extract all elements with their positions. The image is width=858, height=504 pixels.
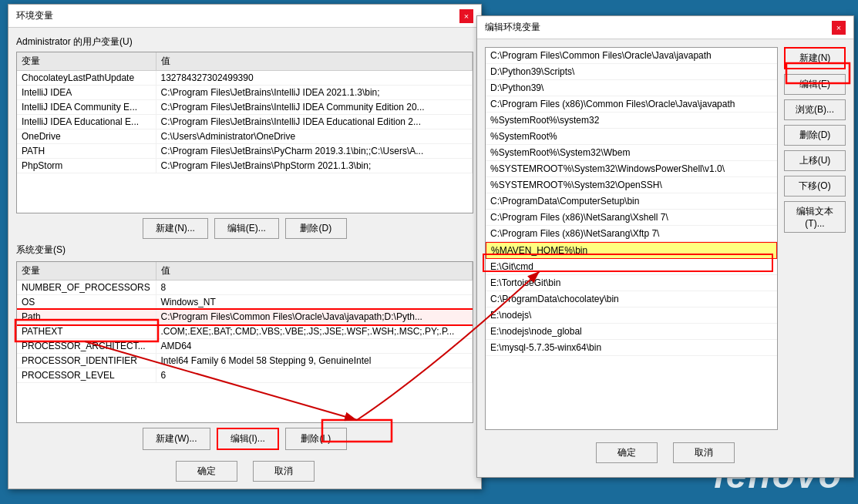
path-list-item[interactable]: E:\TortoiseGit\bin — [486, 275, 777, 291]
path-list-item[interactable]: %MAVEN_HOME%\bin — [486, 242, 777, 259]
sys-delete-btn[interactable]: 删除(L) — [285, 428, 347, 450]
sys-row-val: 6 — [156, 368, 473, 383]
user-col-var: 变量 — [17, 52, 156, 71]
edit-browse-btn[interactable]: 浏览(B)... — [784, 99, 846, 120]
path-list-item[interactable]: %SystemRoot%\System32\Wbem — [486, 145, 777, 161]
edit-dialog-close[interactable]: × — [832, 21, 846, 35]
user-btn-row: 新建(N)... 编辑(E)... 删除(D) — [16, 218, 473, 239]
edit-bottom-row: 确定 取消 — [485, 436, 846, 469]
env-cancel-btn[interactable]: 取消 — [253, 461, 315, 482]
sys-table-row[interactable]: PROCESSOR_ARCHITECT...AMD64 — [17, 339, 473, 354]
sys-row-var: PATHEXT — [17, 324, 156, 339]
path-list-item[interactable]: D:\Python39\Scripts\ — [486, 64, 777, 80]
sys-row-var: PROCESSOR_ARCHITECT... — [17, 339, 156, 354]
user-row-var: IntelliJ IDEA Community E... — [17, 100, 156, 115]
user-row-val: C:\Users\Administrator\OneDrive — [156, 129, 473, 144]
sys-table-row[interactable]: PROCESSOR_LEVEL6 — [17, 368, 473, 383]
sys-row-var: PROCESSOR_IDENTIFIER — [17, 354, 156, 368]
path-list-item[interactable]: E:\mysql-5.7.35-winx64\bin — [486, 340, 777, 356]
path-list-item[interactable]: E:\Git\cmd — [486, 259, 777, 275]
edit-delete-btn[interactable]: 删除(D) — [784, 125, 846, 146]
sys-edit-btn[interactable]: 编辑(I)... — [217, 428, 279, 450]
path-list-item[interactable]: C:\Program Files (x86)\NetSarang\Xftp 7\ — [486, 226, 777, 242]
edit-text-btn[interactable]: 编辑文本(T)... — [784, 201, 846, 233]
edit-dialog-content: C:\Program Files\Common Files\Oracle\Jav… — [477, 39, 853, 477]
env-variables-dialog: 环境变量 × Administrator 的用户变量(U) 变量 值 Choco… — [8, 4, 482, 489]
edit-down-btn[interactable]: 下移(O) — [784, 176, 846, 197]
path-list-item[interactable]: C:\Program Files (x86)\Common Files\Orac… — [486, 96, 777, 113]
user-row-val: C:\Program Files\JetBrains\IntelliJ IDEA… — [156, 115, 473, 129]
user-delete-btn[interactable]: 删除(D) — [285, 218, 347, 239]
user-row-val: C:\Program Files\JetBrains\PhpStorm 2021… — [156, 159, 473, 173]
user-table-row[interactable]: PhpStormC:\Program Files\JetBrains\PhpSt… — [17, 159, 473, 173]
user-row-val: C:\Program Files\JetBrains\IntelliJ IDEA… — [156, 86, 473, 100]
sys-table-row[interactable]: PathC:\Program Files\Common Files\Oracle… — [17, 310, 473, 324]
path-list-item[interactable]: %SYSTEMROOT%\System32\OpenSSH\ — [486, 177, 777, 193]
sys-row-var: Path — [17, 310, 156, 324]
sys-row-val: Windows_NT — [156, 295, 473, 310]
user-section-label: Administrator 的用户变量(U) — [16, 35, 473, 49]
user-new-btn[interactable]: 新建(N)... — [143, 218, 208, 239]
path-list-item[interactable]: C:\ProgramData\ComputerSetup\bin — [486, 193, 777, 210]
user-table-container[interactable]: 变量 值 ChocolateyLastPathUpdate13278432730… — [16, 52, 473, 213]
edit-new-btn[interactable]: 新建(N) — [784, 47, 846, 69]
user-col-val: 值 — [156, 52, 473, 71]
env-dialog-title: 环境变量 — [16, 9, 53, 22]
user-table-row[interactable]: PATHC:\Program Files\JetBrains\PyCharm 2… — [17, 144, 473, 159]
user-table-row[interactable]: ChocolateyLastPathUpdate1327843273024993… — [17, 71, 473, 86]
user-table-wrapper: 变量 值 ChocolateyLastPathUpdate13278432730… — [16, 52, 473, 213]
sys-row-val: Intel64 Family 6 Model 58 Stepping 9, Ge… — [156, 354, 473, 368]
path-list-item[interactable]: %SystemRoot% — [486, 129, 777, 145]
user-row-var: ChocolateyLastPathUpdate — [17, 71, 156, 86]
user-row-var: IntelliJ IDEA — [17, 86, 156, 100]
edit-ok-btn[interactable]: 确定 — [596, 442, 658, 463]
edit-edit-btn[interactable]: 编辑(E) — [784, 74, 846, 95]
user-row-var: PATH — [17, 144, 156, 159]
sys-table-row[interactable]: PATHEXT.COM;.EXE;.BAT;.CMD;.VBS;.VBE;.JS… — [17, 324, 473, 339]
edit-env-dialog: 编辑环境变量 × C:\Program Files\Common Files\O… — [476, 15, 854, 478]
user-edit-btn[interactable]: 编辑(E)... — [214, 218, 279, 239]
path-list-item[interactable]: E:\nodejs\node_global — [486, 324, 777, 340]
env-dialog-content: Administrator 的用户变量(U) 变量 值 ChocolateyLa… — [8, 28, 481, 496]
sys-table-row[interactable]: PROCESSOR_IDENTIFIERIntel64 Family 6 Mod… — [17, 354, 473, 368]
sys-btn-row: 新建(W)... 编辑(I)... 删除(L) — [16, 428, 473, 450]
sys-row-var: PROCESSOR_LEVEL — [17, 368, 156, 383]
path-list-item[interactable]: C:\ProgramData\chocolatey\bin — [486, 291, 777, 307]
user-row-val: 132784327302499390 — [156, 71, 473, 86]
user-table-row[interactable]: OneDriveC:\Users\Administrator\OneDrive — [17, 129, 473, 144]
sys-row-var: OS — [17, 295, 156, 310]
edit-cancel-btn[interactable]: 取消 — [673, 442, 735, 463]
sys-table-row[interactable]: NUMBER_OF_PROCESSORS8 — [17, 281, 473, 295]
user-row-var: PhpStorm — [17, 159, 156, 173]
sys-table-row[interactable]: OSWindows_NT — [17, 295, 473, 310]
edit-up-btn[interactable]: 上移(U) — [784, 150, 846, 171]
path-list-item[interactable]: E:\nodejs\ — [486, 307, 777, 324]
sys-col-val: 值 — [156, 262, 473, 281]
sys-row-val: .COM;.EXE;.BAT;.CMD;.VBS;.VBE;.JS;.JSE;.… — [156, 324, 473, 339]
env-dialog-close[interactable]: × — [459, 9, 473, 23]
user-table-row[interactable]: IntelliJ IDEAC:\Program Files\JetBrains\… — [17, 86, 473, 100]
path-list-item[interactable]: %SystemRoot%\system32 — [486, 113, 777, 129]
path-list-item[interactable]: D:\Python39\ — [486, 80, 777, 96]
edit-dialog-titlebar: 编辑环境变量 × — [477, 16, 853, 39]
path-list-container[interactable]: C:\Program Files\Common Files\Oracle\Jav… — [485, 47, 778, 430]
path-list-item[interactable]: C:\Program Files\Common Files\Oracle\Jav… — [486, 48, 777, 64]
sys-col-var: 变量 — [17, 262, 156, 281]
user-table-row[interactable]: IntelliJ IDEA Educational E...C:\Program… — [17, 115, 473, 129]
sys-new-btn[interactable]: 新建(W)... — [143, 428, 210, 450]
path-list-item[interactable]: %SYSTEMROOT%\System32\WindowsPowerShell\… — [486, 161, 777, 177]
env-ok-btn[interactable]: 确定 — [176, 461, 237, 482]
sys-table-wrapper: 变量 值 NUMBER_OF_PROCESSORS8OSWindows_NTPa… — [16, 261, 473, 423]
env-dialog-titlebar: 环境变量 × — [8, 5, 481, 28]
user-row-val: C:\Program Files\JetBrains\IntelliJ IDEA… — [156, 100, 473, 115]
user-variables-table: 变量 值 ChocolateyLastPathUpdate13278432730… — [17, 52, 473, 173]
edit-right-buttons: 新建(N) 编辑(E) 浏览(B)... 删除(D) 上移(U) 下移(O) 编… — [784, 47, 846, 436]
user-table-row[interactable]: IntelliJ IDEA Community E...C:\Program F… — [17, 100, 473, 115]
sys-row-var: NUMBER_OF_PROCESSORS — [17, 281, 156, 295]
sys-row-val: 8 — [156, 281, 473, 295]
user-row-val: C:\Program Files\JetBrains\PyCharm 2019.… — [156, 144, 473, 159]
sys-table-container[interactable]: 变量 值 NUMBER_OF_PROCESSORS8OSWindows_NTPa… — [16, 261, 473, 423]
sys-section-label: 系统变量(S) — [16, 244, 473, 257]
user-row-var: IntelliJ IDEA Educational E... — [17, 115, 156, 129]
path-list-item[interactable]: C:\Program Files (x86)\NetSarang\Xshell … — [486, 210, 777, 226]
